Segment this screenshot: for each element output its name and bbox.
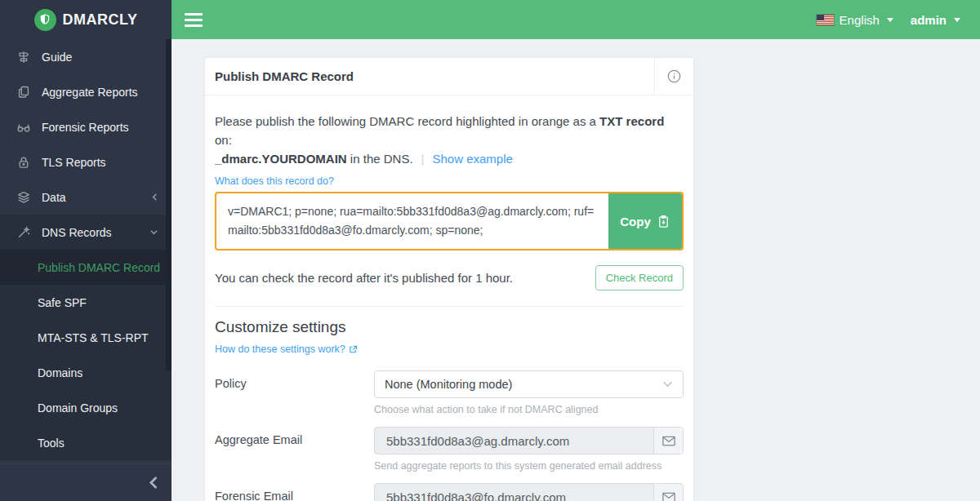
aggregate-email-value: 5bb331fd0d8a3@ag.dmarcly.com — [375, 428, 653, 454]
dns-records-group: DNS Records Publish DMARC Record Safe SP… — [0, 215, 172, 460]
sidebar-subitem-label: Publish DMARC Record — [38, 261, 160, 274]
wand-icon — [16, 225, 31, 240]
aggregate-email-helper-text: Send aggregate reports to this system ge… — [374, 460, 684, 472]
user-caret-icon — [954, 18, 960, 22]
aggregate-email-row: Aggregate Email 5bb331fd0d8a3@ag.dmarcly… — [215, 427, 684, 472]
settings-help-link[interactable]: How do these settings work? — [215, 344, 358, 355]
sidebar-subitem-label: Safe SPF — [38, 296, 87, 309]
sidebar-item-dns-records[interactable]: DNS Records — [0, 215, 172, 250]
policy-select-value: None (Monitoring mode) — [385, 378, 512, 391]
info-circle-icon[interactable] — [654, 58, 693, 95]
card-body: Please publish the following DMARC recor… — [205, 95, 693, 501]
policy-helper-text: Choose what action to take if not DMARC … — [374, 404, 684, 415]
hamburger-icon[interactable] — [185, 13, 203, 27]
page-title: Publish DMARC Record — [205, 58, 654, 95]
sidebar-item-label: Data — [42, 191, 66, 204]
sidebar-item-guide[interactable]: Guide — [0, 39, 172, 74]
intro-part2: on: — [215, 133, 232, 147]
glasses-icon — [16, 120, 31, 135]
aggregate-email-field[interactable]: 5bb331fd0d8a3@ag.dmarcly.com — [374, 427, 684, 454]
forensic-email-label: Forensic Email — [215, 483, 374, 501]
dmarc-record-textarea[interactable]: v=DMARC1; p=none; rua=mailto:5bb331fd0d8… — [216, 193, 608, 249]
layers-icon — [16, 190, 31, 205]
sidebar-subitem-label: MTA-STS & TLS-RPT — [38, 331, 149, 344]
sidebar-subitem-domains[interactable]: Domains — [0, 355, 172, 390]
record-help-link[interactable]: What does this record do? — [215, 175, 334, 187]
sidebar-item-data[interactable]: Data — [0, 180, 172, 215]
aggregate-email-label: Aggregate Email — [215, 427, 374, 472]
sidebar-subitem-publish-dmarc-record[interactable]: Publish DMARC Record — [0, 250, 172, 285]
forensic-email-field[interactable]: 5bb331fd0d8a3@fo.dmarcly.com — [374, 483, 684, 501]
intro-part1: Please publish the following DMARC recor… — [215, 114, 599, 128]
copy-button-label: Copy — [620, 215, 651, 228]
envelope-icon — [653, 484, 683, 501]
sidebar-item-label: TLS Reports — [42, 156, 106, 169]
forensic-email-value: 5bb331fd0d8a3@fo.dmarcly.com — [375, 484, 653, 501]
chevron-down-icon — [149, 228, 158, 236]
sidebar: DMARCLY Guide Aggregate Reports — [0, 0, 172, 501]
envelope-icon — [653, 428, 683, 454]
check-record-row: You can check the record after it's publ… — [215, 265, 684, 290]
main-content: Publish DMARC Record Please publish the … — [172, 39, 980, 501]
sidebar-subitem-safe-spf[interactable]: Safe SPF — [0, 285, 172, 320]
settings-form: Policy None (Monitoring mode) Choose wha… — [215, 370, 684, 501]
pages-icon — [16, 85, 31, 100]
sidebar-scrollbar[interactable] — [166, 39, 172, 371]
brand-name: DMARCLY — [63, 11, 138, 29]
chevron-left-icon — [151, 193, 158, 202]
sidebar-item-forensic-reports[interactable]: Forensic Reports — [0, 109, 172, 144]
sidebar-subitem-label: Tools — [38, 437, 65, 450]
language-caret-icon — [887, 18, 893, 22]
sidebar-item-aggregate-reports[interactable]: Aggregate Reports — [0, 74, 172, 109]
sidebar-item-label: Aggregate Reports — [42, 86, 138, 99]
sidebar-item-label: DNS Records — [42, 226, 112, 239]
topbar: English admin — [172, 0, 980, 39]
language-selector[interactable]: English — [840, 13, 880, 27]
sidebar-subitem-label: Domains — [38, 366, 82, 379]
customize-settings-heading: Customize settings — [215, 318, 684, 336]
topbar-right: English admin — [817, 13, 960, 27]
lock-icon — [16, 155, 31, 170]
settings-help-link-label: How do these settings work? — [215, 344, 345, 355]
check-record-text: You can check the record after it's publ… — [215, 271, 513, 285]
card-header: Publish DMARC Record — [205, 58, 693, 95]
txt-record-bold: TXT record — [599, 114, 664, 128]
sidebar-item-label: Forensic Reports — [42, 121, 129, 134]
separator-bar: | — [421, 152, 425, 166]
us-flag-icon — [817, 15, 834, 25]
policy-select[interactable]: None (Monitoring mode) — [374, 370, 684, 398]
policy-row: Policy None (Monitoring mode) Choose wha… — [215, 370, 684, 415]
dmarc-host-bold: _dmarc.YOURDOMAIN — [215, 152, 347, 166]
select-chevron-down-icon — [662, 381, 673, 388]
user-menu[interactable]: admin — [911, 13, 947, 27]
sidebar-nav: Guide Aggregate Reports Forensic Reports — [0, 39, 172, 460]
policy-label: Policy — [215, 370, 374, 415]
shield-icon — [34, 9, 56, 31]
intro-part3: in the DNS. — [347, 152, 413, 166]
check-record-button[interactable]: Check Record — [595, 265, 684, 290]
collapse-sidebar-icon[interactable] — [148, 476, 158, 490]
external-link-icon — [349, 345, 358, 354]
sidebar-subitem-domain-groups[interactable]: Domain Groups — [0, 390, 172, 425]
sidebar-subitem-label: Domain Groups — [38, 401, 118, 415]
clipboard-copy-icon — [657, 215, 670, 228]
copy-button[interactable]: Copy — [608, 193, 682, 249]
show-example-link[interactable]: Show example — [432, 152, 512, 166]
publish-dmarc-card: Publish DMARC Record Please publish the … — [204, 57, 694, 501]
sidebar-footer — [0, 463, 172, 501]
intro-text: Please publish the following DMARC recor… — [215, 112, 684, 168]
sidebar-subitem-mta-sts-tls-rpt[interactable]: MTA-STS & TLS-RPT — [0, 320, 172, 355]
forensic-email-row: Forensic Email 5bb331fd0d8a3@fo.dmarcly.… — [215, 483, 684, 501]
section-divider — [215, 306, 684, 307]
brand-logo[interactable]: DMARCLY — [0, 0, 172, 39]
dmarc-record-box: v=DMARC1; p=none; rua=mailto:5bb331fd0d8… — [215, 192, 684, 250]
sidebar-item-label: Guide — [42, 51, 72, 64]
sidebar-subitem-tools[interactable]: Tools — [0, 425, 172, 460]
sidebar-item-tls-reports[interactable]: TLS Reports — [0, 144, 172, 180]
signpost-icon — [16, 50, 31, 64]
